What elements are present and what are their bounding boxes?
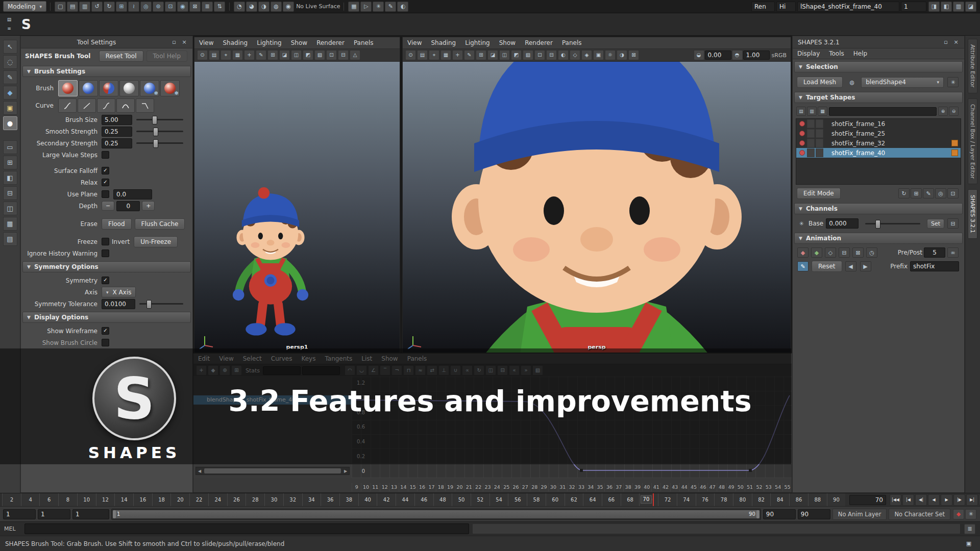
next-key-icon[interactable]: ▶ (860, 261, 871, 271)
viewport-menu-item[interactable]: Shading (426, 38, 460, 48)
section-animation[interactable]: ▼ Animation (794, 233, 963, 244)
depth-increment-button[interactable]: + (142, 201, 155, 211)
tool-settings-header[interactable]: Tool Settings ▫× (21, 36, 192, 48)
image-plane-icon[interactable]: ▦ (440, 50, 451, 60)
set-key-shape-icon[interactable]: ◇ (825, 247, 836, 258)
pre-post-field[interactable]: 5 (924, 247, 945, 258)
target-shape-row[interactable]: shotFix_frame_40 (796, 148, 961, 158)
viewport-canvas[interactable]: persp1 (194, 62, 400, 353)
ignore-history-checkbox[interactable] (102, 249, 109, 257)
target-filter-icon[interactable]: ▦ (818, 107, 827, 116)
wireframe-on-shaded-icon[interactable]: ◈ (581, 50, 592, 60)
curve-soft-icon[interactable] (58, 98, 77, 113)
go-to-start-button[interactable]: |◀◀ (890, 494, 901, 506)
set-key-all-icon[interactable]: ◆ (811, 247, 822, 258)
grab-brush-icon[interactable] (58, 80, 78, 96)
blendshape-dropdown[interactable]: blendShape4 ▾ (861, 77, 944, 88)
field-chart-icon[interactable]: ▧ (314, 50, 325, 60)
pan-zoom-icon[interactable]: + (244, 50, 255, 60)
render-current-frame-icon[interactable]: ▦ (348, 2, 359, 12)
step-forward-frame-button[interactable]: |▶ (953, 494, 965, 506)
layout-persp-outliner-icon[interactable]: ◧ (3, 171, 17, 185)
range-slider-track[interactable]: 1 90 (111, 509, 761, 520)
tool-help-button[interactable]: Tool Help (146, 51, 187, 62)
panel-float-icon[interactable]: ▫ (169, 37, 179, 47)
paint-weights-icon[interactable]: ✎ (923, 188, 934, 198)
sidebar-channel-box-icon[interactable]: ▥ (953, 2, 964, 12)
shapes-panel-header[interactable]: SHAPES 3.2.1 ▫× (793, 36, 964, 48)
bake-keys-icon[interactable]: ◷ (866, 247, 877, 258)
shapes-shelf-button[interactable]: S (21, 17, 31, 32)
select-tool-icon[interactable]: ↖ (3, 40, 17, 54)
resolution-gate-icon[interactable]: ◫ (499, 50, 510, 60)
scale-tool-icon[interactable]: ▣ (3, 101, 17, 115)
select-hierarchy-icon[interactable]: ◔ (234, 2, 245, 12)
viewport-menu-item[interactable]: Show (495, 38, 520, 48)
reset-tool-button[interactable]: Reset Tool (99, 51, 143, 62)
shelf-toggle-icon[interactable]: ≡ (5, 25, 14, 33)
reset-button[interactable]: Reset (812, 261, 842, 272)
undo-icon[interactable]: ↺ (91, 2, 103, 12)
snap-curve-icon[interactable]: ≀ (128, 2, 139, 12)
target-shape-row[interactable]: shotFix_frame_25 (796, 129, 961, 138)
refresh-targets-icon[interactable]: ↻ (898, 188, 910, 198)
layout-persp-graph-icon[interactable]: ⊟ (3, 186, 17, 200)
set-weight-button[interactable]: Set (927, 219, 944, 229)
shapes-menu-item[interactable]: Tools (824, 48, 849, 59)
select-component-icon[interactable]: ◑ (258, 2, 270, 12)
layout-four-pane-icon[interactable]: ⊞ (3, 156, 17, 169)
animation-end-field[interactable]: 90 (798, 509, 830, 519)
viewport-persp1[interactable]: ViewShadingLightingShowRendererPanels ⊙▤… (194, 37, 400, 353)
viewport-menu-item[interactable]: View (403, 38, 426, 48)
set-key-icon[interactable]: ◆ (797, 247, 808, 258)
large-value-steps-checkbox[interactable] (102, 151, 109, 159)
shapes-brush-tool-icon[interactable]: ● (3, 116, 17, 130)
grid-toggle-icon[interactable]: ⊞ (476, 50, 486, 60)
viewport-menu-item[interactable]: Lighting (252, 38, 286, 48)
safe-action-icon[interactable]: ⊡ (534, 50, 545, 60)
section-channels[interactable]: ▼ Channels (794, 203, 963, 214)
symmetry-tolerance-slider[interactable] (139, 303, 183, 305)
grease-pencil-icon[interactable]: ✎ (464, 50, 475, 60)
camera-attributes-icon[interactable]: ▤ (417, 50, 428, 60)
target-options-icon[interactable]: ⊡ (947, 188, 959, 198)
paint-mode-icon[interactable]: ✎ (797, 261, 808, 271)
safe-action-icon[interactable]: ⊡ (326, 50, 337, 60)
slide-brush-icon[interactable] (99, 80, 118, 96)
save-scene-icon[interactable]: ▥ (79, 2, 90, 12)
colorspace-label[interactable]: sRGB (772, 52, 787, 59)
frame-field[interactable]: 1 (901, 2, 926, 12)
exposure-icon[interactable]: ◒ (694, 50, 704, 60)
lock-icon[interactable]: ⊠ (189, 2, 201, 12)
target-list-icon[interactable]: ▤ (796, 107, 806, 116)
target-shapes-list[interactable]: shotFix_frame_16shotFix_frame_25shotFix_… (796, 118, 961, 185)
infinity-icon[interactable]: ∞ (947, 247, 959, 258)
depth-field[interactable]: 0 (116, 201, 140, 211)
surface-falloff-checkbox[interactable]: ✓ (102, 167, 109, 174)
sidebar-attribute-editor-icon[interactable]: ◨ (928, 2, 940, 12)
viewport-menu-item[interactable]: Renderer (312, 38, 349, 48)
play-forwards-button[interactable]: ▶ (941, 494, 952, 506)
section-display-options[interactable]: ▼ Display Options (22, 312, 191, 323)
invert-checkbox[interactable] (102, 238, 109, 245)
workspace-icon[interactable]: ◪ (965, 2, 976, 12)
target-shape-row[interactable]: shotFix_frame_32 (796, 138, 961, 148)
snap-view-plane-icon[interactable]: ⊡ (165, 2, 176, 12)
lasso-tool-icon[interactable]: ◌ (3, 55, 17, 69)
current-frame-field[interactable]: 70 (849, 495, 886, 505)
bookmarks-icon[interactable]: ⌖ (220, 50, 231, 60)
show-brush-circle-checkbox[interactable] (102, 339, 109, 346)
gamma-icon[interactable]: ◓ (732, 50, 743, 60)
gate-mask-icon[interactable]: ◩ (303, 50, 313, 60)
lights-icon[interactable]: ☼ (605, 50, 616, 60)
command-language-toggle[interactable]: MEL (4, 525, 21, 532)
viewport-menu-item[interactable]: Show (286, 38, 312, 48)
curve-sharp-icon[interactable] (136, 98, 154, 113)
symmetry-checkbox[interactable]: ✓ (102, 277, 109, 284)
base-weight-slider[interactable] (865, 223, 920, 224)
safe-title-icon[interactable]: ⊟ (546, 50, 557, 60)
animation-start-field[interactable]: 1 (3, 509, 36, 519)
animation-preferences-icon[interactable]: ✳ (965, 509, 976, 519)
paint-effects-icon[interactable]: ✎ (385, 2, 396, 12)
curve-dome-icon[interactable] (116, 98, 135, 113)
